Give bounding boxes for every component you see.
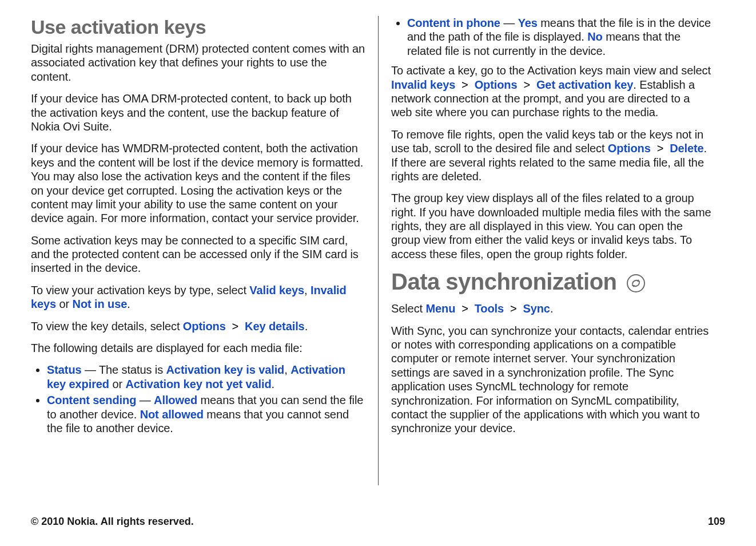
separator: > — [504, 302, 523, 315]
text: , — [284, 363, 291, 376]
list-item: Content in phone — Yes means that the fi… — [407, 16, 711, 58]
value-activation-valid: Activation key is valid — [166, 363, 285, 376]
link-key-details[interactable]: Key details — [245, 320, 305, 333]
page: Use activation keys Digital rights manag… — [0, 0, 756, 546]
text: — The status is — [82, 363, 166, 376]
details-list: Status — The status is Activation key is… — [31, 363, 365, 435]
separator: > — [455, 78, 474, 91]
paragraph: To view your activation keys by type, se… — [31, 283, 365, 311]
value-yes: Yes — [518, 17, 538, 29]
value-no: No — [587, 30, 602, 43]
value-allowed: Allowed — [154, 394, 197, 406]
paragraph: To activate a key, go to the Activation … — [391, 64, 711, 120]
text: Select — [391, 302, 425, 315]
text: or — [109, 378, 126, 390]
text: To view the key details, select — [31, 320, 183, 333]
link-not-in-use[interactable]: Not in use — [73, 298, 128, 310]
right-column: Content in phone — Yes means that the fi… — [378, 16, 725, 485]
text: To view your activation keys by type, se… — [31, 284, 249, 296]
value-activation-notyet: Activation key not yet valid — [125, 378, 271, 390]
paragraph: The group key view displays all of the f… — [391, 191, 711, 261]
paragraph: Select Menu > Tools > Sync. — [391, 302, 711, 315]
text: . — [550, 302, 553, 315]
paragraph: With Sync, you can synchronize your cont… — [391, 324, 711, 436]
sync-icon — [626, 272, 646, 298]
separator: > — [455, 302, 474, 315]
paragraph: To remove file rights, open the valid ke… — [391, 128, 711, 184]
heading-text: Data synchronization — [391, 269, 617, 294]
details-list-continued: Content in phone — Yes means that the fi… — [391, 16, 711, 58]
link-options[interactable]: Options — [183, 320, 226, 333]
svg-point-0 — [627, 275, 644, 292]
paragraph: If your device has OMA DRM-protected con… — [31, 92, 365, 133]
paragraph: To view the key details, select Options … — [31, 319, 365, 333]
separator: > — [226, 320, 245, 333]
heading-activation-keys: Use activation keys — [31, 16, 365, 38]
paragraph: Digital rights management (DRM) protecte… — [31, 42, 365, 84]
heading-data-synchronization: Data synchronization — [391, 269, 711, 298]
columns: Use activation keys Digital rights manag… — [31, 16, 725, 485]
left-column: Use activation keys Digital rights manag… — [31, 16, 378, 485]
label-status: Status — [47, 363, 82, 376]
paragraph: Some activation keys may be connected to… — [31, 234, 365, 275]
text: — — [136, 394, 154, 406]
footer: © 2010 Nokia. All rights reserved. 109 — [31, 516, 725, 528]
link-valid-keys[interactable]: Valid keys — [249, 284, 304, 296]
link-invalid-keys[interactable]: Invalid keys — [391, 78, 455, 91]
paragraph: If your device has WMDRM-protected conte… — [31, 141, 365, 225]
link-options[interactable]: Options — [475, 78, 518, 91]
list-item: Status — The status is Activation key is… — [47, 363, 365, 391]
text: or — [56, 298, 73, 310]
link-delete[interactable]: Delete — [670, 142, 703, 155]
link-tools[interactable]: Tools — [475, 302, 504, 315]
value-not-allowed: Not allowed — [140, 408, 204, 421]
link-get-activation-key[interactable]: Get activation key — [536, 78, 633, 91]
text: , — [304, 284, 311, 296]
link-sync[interactable]: Sync — [523, 302, 550, 315]
label-content-in-phone: Content in phone — [407, 17, 500, 29]
text: — — [500, 17, 518, 29]
list-item: Content sending — Allowed means that you… — [47, 393, 365, 435]
text: . — [305, 320, 308, 333]
label-content-sending: Content sending — [47, 394, 136, 406]
link-options[interactable]: Options — [608, 142, 651, 155]
paragraph: The following details are displayed for … — [31, 341, 365, 355]
text: . — [272, 378, 274, 390]
copyright: © 2010 Nokia. All rights reserved. — [31, 516, 194, 528]
text: . — [127, 298, 130, 310]
separator: > — [517, 78, 536, 91]
separator: > — [651, 142, 670, 155]
link-menu[interactable]: Menu — [425, 302, 455, 315]
page-number: 109 — [708, 516, 725, 528]
text: To activate a key, go to the Activation … — [391, 64, 711, 77]
